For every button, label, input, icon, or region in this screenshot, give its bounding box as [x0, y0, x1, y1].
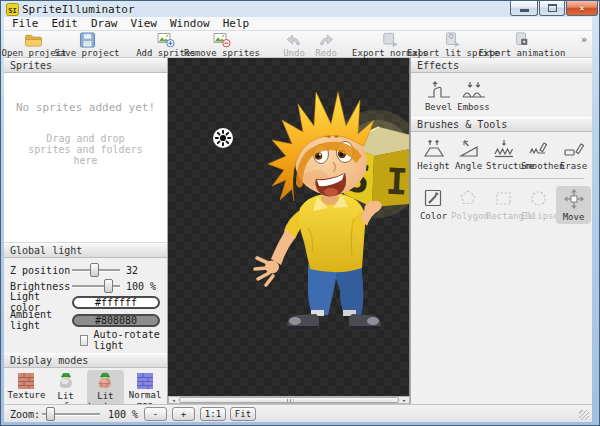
tool-color[interactable]: Color: [416, 186, 451, 224]
sprites-drop-area[interactable]: No sprites added yet! Drag and drop spri…: [4, 73, 167, 243]
normal-map-mode-icon: [136, 372, 154, 390]
brightness-slider-knob[interactable]: [104, 279, 113, 293]
emboss-icon: [461, 80, 487, 100]
save-floppy-icon: [79, 32, 96, 48]
auto-rotate-checkbox[interactable]: [80, 335, 88, 346]
z-position-slider-knob[interactable]: [90, 263, 99, 277]
app-window: SI SpriteIlluminator ✕ File Edit Draw Vi…: [0, 0, 600, 426]
brush-erase[interactable]: Erase: [556, 137, 591, 173]
scrollbar-right-arrow-icon[interactable]: ►: [400, 397, 409, 403]
effects-header: Effects: [411, 58, 592, 73]
brush-angle[interactable]: Angle: [451, 137, 486, 173]
ambient-light-label: Ambient light: [10, 309, 72, 331]
menu-view[interactable]: View: [131, 17, 158, 30]
effect-bevel[interactable]: Bevel: [421, 78, 456, 114]
canvas-horizontal-scrollbar[interactable]: ◄ ►: [168, 396, 410, 404]
z-position-value: 32: [126, 265, 160, 276]
drop-hint-line: Drag and drop: [4, 133, 167, 144]
canvas-area: S I: [168, 58, 410, 404]
drop-hint-line: here: [4, 155, 167, 166]
brightness-value: 100 %: [126, 281, 160, 292]
zoom-slider-knob[interactable]: [46, 407, 55, 421]
zoom-in-button[interactable]: +: [172, 407, 195, 421]
scrollbar-thumb[interactable]: [179, 397, 399, 403]
export-animation-button[interactable]: Export animation: [477, 32, 567, 58]
window-right-border: [592, 17, 600, 422]
angle-icon: [458, 139, 480, 159]
zoom-slider[interactable]: [42, 407, 100, 421]
brush-structure[interactable]: Structure: [486, 137, 521, 173]
maximize-icon: [548, 4, 557, 12]
menu-bar: File Edit Draw View Window Help: [4, 17, 592, 31]
brightness-slider[interactable]: [72, 279, 120, 293]
tools-separator: [419, 178, 584, 179]
brushes-tools-header: Brushes & Tools: [411, 117, 592, 132]
menu-window[interactable]: Window: [170, 17, 210, 30]
smoothen-icon: [528, 139, 550, 159]
export-animation-icon: [512, 32, 532, 48]
drop-hint-line: sprites and folders: [4, 144, 167, 155]
z-position-slider[interactable]: [72, 263, 120, 277]
z-position-label: Z position: [10, 265, 72, 276]
svg-text:SI: SI: [8, 7, 16, 15]
tool-ellipse[interactable]: Ellipse: [521, 186, 556, 224]
status-bar: Zoom: 100 % - + 1:1 Fit: [4, 404, 592, 422]
tool-polygon[interactable]: Polygon: [451, 186, 486, 224]
zoom-label: Zoom:: [10, 409, 40, 420]
auto-rotate-row: Auto-rotate light: [4, 331, 167, 349]
display-modes-header: Display modes: [4, 353, 167, 368]
app-icon: SI: [6, 3, 19, 16]
remove-sprites-icon: [211, 32, 233, 48]
ambient-light-button[interactable]: #808080: [72, 314, 160, 327]
texture-mode-icon: [17, 372, 35, 390]
light-color-row: Light color #ffffff: [4, 294, 167, 310]
brush-height[interactable]: Height: [416, 137, 451, 173]
global-light-header: Global light: [4, 243, 167, 258]
brightness-label: Brightness: [10, 281, 72, 292]
close-button[interactable]: ✕: [566, 1, 598, 16]
bevel-icon: [426, 80, 452, 100]
zoom-fit-button[interactable]: Fit: [230, 407, 256, 421]
right-panel: Effects Bevel Emboss Brushes: [410, 58, 592, 404]
left-panel: Sprites No sprites added yet! Drag and d…: [4, 58, 168, 404]
open-folder-icon: [24, 32, 44, 48]
light-position-widget[interactable]: [212, 127, 234, 149]
menu-help[interactable]: Help: [223, 17, 250, 30]
resize-grip[interactable]: [579, 410, 589, 420]
window-title: SpriteIlluminator: [22, 3, 135, 16]
z-position-row: Z position 32: [4, 262, 167, 278]
character-sprite[interactable]: S I: [168, 58, 410, 396]
tool-rectangle[interactable]: Rectangle: [486, 186, 521, 224]
auto-rotate-label: Auto-rotate light: [93, 329, 167, 351]
lit-texture-mode-icon: [96, 372, 114, 391]
menu-file[interactable]: File: [12, 17, 39, 30]
height-icon: [423, 139, 445, 159]
menu-edit[interactable]: Edit: [52, 17, 79, 30]
zoom-1to1-button[interactable]: 1:1: [200, 407, 226, 421]
sprites-panel-header: Sprites: [4, 58, 167, 73]
zoom-out-button[interactable]: -: [144, 407, 167, 421]
minimize-icon: [520, 9, 529, 12]
scrollbar-left-arrow-icon[interactable]: ◄: [169, 397, 178, 403]
redo-icon: [317, 32, 335, 48]
menu-draw[interactable]: Draw: [91, 17, 118, 30]
zoom-value: 100 %: [108, 409, 138, 420]
toolbar: Open project Save project Add sprites: [4, 31, 592, 58]
effect-emboss[interactable]: Emboss: [456, 78, 491, 114]
minimize-button[interactable]: [510, 1, 538, 16]
maximize-button[interactable]: [539, 1, 565, 16]
erase-icon: [563, 139, 585, 159]
sprite-canvas[interactable]: S I: [168, 58, 410, 396]
brush-smoothen[interactable]: Smoothen: [521, 137, 556, 173]
color-tool-icon: [423, 188, 444, 209]
ambient-light-row: Ambient light #808080: [4, 312, 167, 328]
close-icon: ✕: [579, 3, 584, 13]
save-project-button[interactable]: Save project: [42, 32, 132, 58]
title-bar: SI SpriteIlluminator ✕: [1, 1, 600, 17]
toolbar-overflow-chevron[interactable]: »: [581, 34, 587, 45]
polygon-tool-icon: [458, 188, 479, 209]
move-tool-icon: [563, 188, 585, 210]
tool-move[interactable]: Move: [556, 186, 591, 224]
light-color-button[interactable]: #ffffff: [72, 296, 160, 309]
lit-surface-mode-icon: [57, 372, 75, 391]
